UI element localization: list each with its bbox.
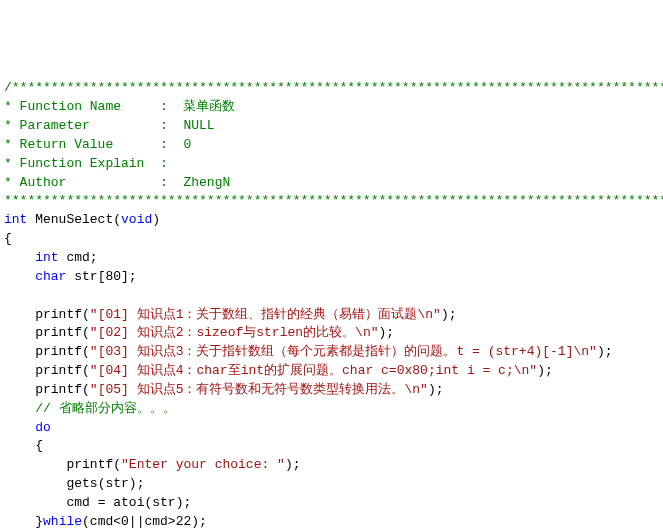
kw-do: do [35,420,51,435]
p3-qc: " [589,344,597,359]
p4-qc: " [529,363,537,378]
p2-close: ); [379,325,395,340]
p3-open: ( [82,344,90,359]
omit-comment: // 省略部分内容。。。 [35,401,175,416]
header-fn: * Function Name : 菜单函数 [4,99,235,114]
p5-str: "[05] 知识点5：有符号数和无符号数类型转换用法。 [90,382,405,397]
kw-char: char [35,269,66,284]
p4-open: ( [82,363,90,378]
header-stars-close: ****************************************… [4,193,663,208]
p2-open: ( [82,325,90,340]
gets-call: gets(str); [66,476,144,491]
printf-prompt: printf [66,457,113,472]
decl-str: str[80]; [66,269,136,284]
p4-close: ); [537,363,553,378]
p2-qc: " [371,325,379,340]
p4-str: "[04] 知识点4：char至int的扩展问题。char c=0x80;int… [90,363,514,378]
printf-3: printf [35,344,82,359]
p1-str: "[01] 知识点1：关于数组、指针的经典（易错）面试题 [90,307,418,322]
prompt-str: "Enter your choice: " [121,457,285,472]
header-author: * Author : ZhengN [4,175,230,190]
printf-4: printf [35,363,82,378]
kw-int: int [4,212,27,227]
header-return: * Return Value : 0 [4,137,191,152]
kw-while: while [43,514,82,529]
printf-1: printf [35,307,82,322]
p5-open: ( [82,382,90,397]
kw-void: void [121,212,152,227]
header-explain: * Function Explain : [4,156,168,171]
inner-close: } [35,514,43,529]
p5-qc: " [420,382,428,397]
brace-open: { [4,231,12,246]
kw-int-cmd: int [35,250,58,265]
p5-close: ); [428,382,444,397]
inner-open: { [35,438,43,453]
printf-2: printf [35,325,82,340]
p1-close: ); [441,307,457,322]
while-cond: (cmd<0||cmd>22); [82,514,207,529]
p4-esc: \n [514,363,530,378]
atoi-call: cmd = atoi(str); [66,495,191,510]
printf-5: printf [35,382,82,397]
p3-str: "[03] 知识点3：关于指针数组（每个元素都是指针）的问题。t = (str+… [90,344,574,359]
p3-esc: \n [573,344,589,359]
header-stars-open: /***************************************… [4,80,663,95]
p5-esc: \n [404,382,420,397]
pp-close: ); [285,457,301,472]
p1-open: ( [82,307,90,322]
paren-close: ) [152,212,160,227]
decl-cmd: cmd; [59,250,98,265]
p2-esc: \n [355,325,371,340]
p1-qc: " [433,307,441,322]
p3-close: ); [597,344,613,359]
func-name: MenuSelect( [27,212,121,227]
p1-esc: \n [417,307,433,322]
pp-open: ( [113,457,121,472]
p2-str: "[02] 知识点2：sizeof与strlen的比较。 [90,325,355,340]
header-param: * Parameter : NULL [4,118,215,133]
